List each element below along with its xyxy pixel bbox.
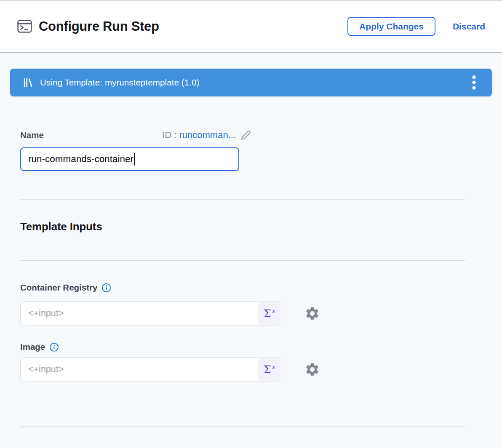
header-actions: Apply Changes Discard [347, 17, 485, 36]
image-row: Σx [20, 357, 502, 381]
step-id-link[interactable]: runcomman... [179, 130, 236, 141]
text-cursor [134, 153, 135, 165]
using-template-banner[interactable]: Using Template: myrunsteptemplate (1.0) [10, 69, 492, 96]
image-label: Image [20, 342, 45, 352]
template-library-icon [23, 77, 33, 88]
name-input-value: run-commands-container [28, 154, 134, 165]
gear-icon[interactable] [304, 306, 320, 321]
panel-header: Configure Run Step Apply Changes Discard [0, 1, 502, 53]
step-id-group: ID : runcomman... [162, 130, 251, 141]
sigma-icon: Σ [264, 364, 271, 375]
kebab-menu-icon [472, 75, 476, 91]
section-divider [20, 260, 465, 261]
section-divider [20, 199, 465, 200]
image-field: Σx [20, 357, 281, 381]
section-divider [20, 427, 465, 427]
terminal-window-icon [17, 19, 32, 34]
runtime-input-type-button[interactable]: Σx [258, 358, 280, 381]
image-label-row: Image [20, 342, 502, 352]
sigma-sup: x [272, 364, 275, 371]
page-title: Configure Run Step [39, 19, 159, 34]
pencil-edit-icon[interactable] [241, 130, 251, 140]
apply-changes-button[interactable]: Apply Changes [347, 17, 435, 36]
container-registry-label-row: Container Registry [20, 283, 502, 293]
sigma-icon: Σ [264, 308, 271, 319]
info-circle-icon[interactable] [101, 283, 111, 293]
info-circle-icon[interactable] [49, 342, 59, 352]
configure-run-step-panel: Configure Run Step Apply Changes Discard… [0, 1, 502, 427]
template-options-menu-button[interactable] [467, 73, 481, 92]
gear-icon[interactable] [304, 362, 320, 377]
id-prefix-label: ID : [162, 130, 179, 141]
sigma-sup: x [272, 308, 275, 315]
container-registry-row: Σx [20, 301, 502, 325]
template-inputs-heading: Template Inputs [20, 220, 502, 233]
template-banner-text: Using Template: myrunsteptemplate (1.0) [40, 77, 199, 88]
name-field-header: Name ID : runcomman... [20, 130, 251, 141]
container-registry-field: Σx [20, 301, 281, 325]
runtime-input-type-button[interactable]: Σx [258, 302, 280, 325]
name-input[interactable]: run-commands-container [20, 147, 239, 171]
container-registry-input[interactable] [21, 302, 281, 325]
name-label: Name [20, 130, 44, 140]
discard-button[interactable]: Discard [453, 21, 485, 32]
container-registry-label: Container Registry [20, 283, 97, 293]
image-input[interactable] [21, 358, 281, 381]
